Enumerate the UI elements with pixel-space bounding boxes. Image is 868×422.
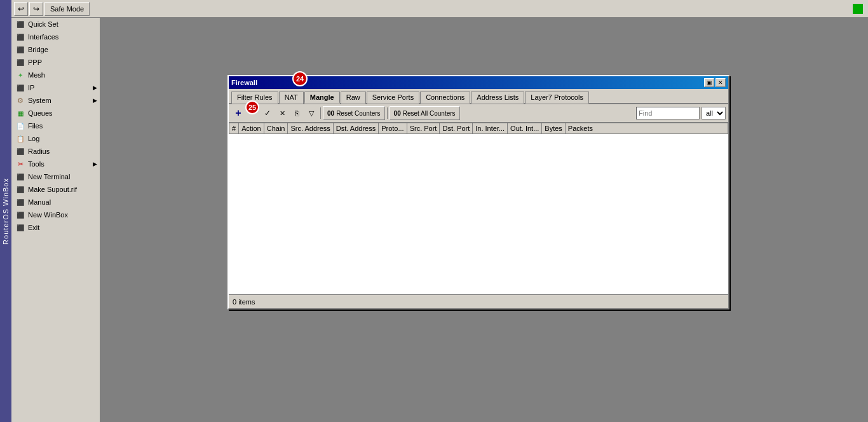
radius-icon: [15, 146, 25, 156]
tools-icon: [15, 159, 25, 169]
sidebar-label-exit: Exit: [28, 224, 97, 231]
sidebar-item-interfaces[interactable]: Interfaces: [11, 31, 100, 43]
terminal-icon: [15, 172, 25, 182]
tab-connections[interactable]: Connections: [420, 92, 470, 104]
reset-counters-button[interactable]: 00 Reset Counters: [323, 106, 385, 120]
disable-button[interactable]: ✕: [275, 106, 289, 120]
sidebar: Quick Set Interfaces Bridge PPP Mesh IP …: [11, 18, 100, 422]
tab-bar: Filter Rules NAT Mangle Raw Service Port…: [229, 89, 728, 104]
sidebar-label-ppp: PPP: [28, 58, 97, 66]
sidebar-item-ip[interactable]: IP ▶: [11, 81, 100, 94]
mesh-icon: [15, 70, 25, 80]
separator-2: [387, 107, 388, 119]
ip-icon: [15, 83, 25, 93]
sidebar-item-radius[interactable]: Radius: [11, 145, 100, 158]
col-chain[interactable]: Chain: [264, 123, 288, 134]
add-button[interactable]: +: [231, 106, 245, 120]
sidebar-label-interfaces: Interfaces: [28, 33, 97, 41]
sidebar-item-exit[interactable]: Exit: [11, 221, 100, 234]
tools-arrow-icon: ▶: [93, 161, 97, 167]
sidebar-item-new-terminal[interactable]: New Terminal: [11, 170, 100, 183]
ip-arrow-icon: ▶: [93, 85, 97, 91]
exit-icon: [15, 222, 25, 233]
sidebar-item-new-winbox[interactable]: New WinBox: [11, 208, 100, 221]
col-src-port[interactable]: Src. Port: [407, 123, 440, 134]
find-select[interactable]: all: [702, 107, 726, 119]
restore-button[interactable]: ▣: [704, 78, 714, 87]
tab-service-ports[interactable]: Service Ports: [367, 92, 419, 104]
table-header-row: # Action Chain Src. Address Dst. Address…: [229, 123, 728, 134]
window-controls: ▣ ✕: [704, 78, 726, 87]
manual-icon: [15, 197, 25, 207]
sidebar-label-new-terminal: New Terminal: [28, 173, 97, 180]
sidebar-item-bridge[interactable]: Bridge: [11, 43, 100, 56]
sidebar-label-mesh: Mesh: [28, 71, 97, 79]
reset-all-icon: 00: [394, 110, 401, 117]
system-arrow-icon: ▶: [93, 97, 97, 104]
firewall-window: Firewall 24 ▣ ✕ Filter Rules NAT Mangle …: [227, 75, 729, 310]
quickset-icon: [15, 19, 25, 29]
supout-icon: [15, 184, 25, 194]
col-hash[interactable]: #: [229, 123, 239, 134]
enable-button[interactable]: ✓: [261, 106, 275, 120]
col-in-inter[interactable]: In. Inter...: [473, 123, 508, 134]
toolbar: 25 + − ✓ ✕ ⎘ ▽ 00 Reset Counters 00 Rese…: [229, 104, 728, 123]
sidebar-item-mesh[interactable]: Mesh: [11, 69, 100, 81]
status-bar: 0 items: [229, 294, 728, 308]
system-icon: [15, 95, 25, 106]
status-indicator: [853, 4, 863, 14]
sidebar-item-quick-set[interactable]: Quick Set: [11, 18, 100, 31]
sidebar-item-make-supout[interactable]: Make Supout.rif: [11, 183, 100, 196]
reset-all-counters-button[interactable]: 00 Reset All Counters: [390, 106, 460, 120]
tab-nat[interactable]: NAT: [279, 92, 304, 104]
sidebar-label-radius: Radius: [28, 147, 97, 155]
title-badge: 24: [292, 71, 308, 86]
col-src-address[interactable]: Src. Address: [288, 123, 333, 134]
sidebar-label-bridge: Bridge: [28, 46, 97, 53]
sidebar-item-files[interactable]: Files: [11, 119, 100, 132]
separator-1: [320, 107, 321, 119]
tab-raw[interactable]: Raw: [341, 92, 366, 104]
sidebar-item-manual[interactable]: Manual: [11, 196, 100, 208]
sidebar-label-new-winbox: New WinBox: [28, 211, 97, 219]
col-bytes[interactable]: Bytes: [542, 123, 566, 134]
col-dst-address[interactable]: Dst. Address: [333, 123, 378, 134]
sidebar-label-tools: Tools: [28, 160, 90, 168]
forward-button[interactable]: ↪: [29, 2, 43, 16]
sidebar-label-make-supout: Make Supout.rif: [28, 186, 97, 193]
col-action[interactable]: Action: [239, 123, 264, 134]
back-button[interactable]: ↩: [14, 2, 28, 16]
sidebar-item-ppp[interactable]: PPP: [11, 56, 100, 69]
tab-mangle[interactable]: Mangle: [304, 92, 340, 104]
files-icon: [15, 121, 25, 131]
sidebar-item-system[interactable]: System ▶: [11, 94, 100, 107]
sidebar-item-queues[interactable]: Queues: [11, 107, 100, 119]
tab-address-lists[interactable]: Address Lists: [471, 92, 524, 104]
safe-mode-button[interactable]: Safe Mode: [44, 2, 90, 16]
find-area: all: [636, 107, 726, 119]
sidebar-item-tools[interactable]: Tools ▶: [11, 158, 100, 170]
close-button[interactable]: ✕: [715, 78, 726, 87]
sidebar-item-log[interactable]: Log: [11, 132, 100, 145]
sidebar-label-queues: Queues: [28, 109, 97, 117]
reset-all-label: Reset All Counters: [403, 110, 456, 117]
sidebar-label-ip: IP: [28, 84, 90, 92]
content-area: Firewall 24 ▣ ✕ Filter Rules NAT Mangle …: [100, 18, 868, 422]
ppp-icon: [15, 57, 25, 67]
interfaces-icon: [15, 32, 25, 42]
window-titlebar[interactable]: Firewall 24 ▣ ✕: [229, 76, 728, 89]
sidebar-label-quick-set: Quick Set: [28, 20, 97, 28]
tab-layer7-protocols[interactable]: Layer7 Protocols: [525, 92, 589, 104]
winbox-icon: [15, 210, 25, 220]
queues-icon: [15, 108, 25, 118]
col-proto[interactable]: Proto...: [379, 123, 407, 134]
find-input[interactable]: [636, 107, 700, 119]
col-out-int[interactable]: Out. Int...: [508, 123, 542, 134]
rules-table: # Action Chain Src. Address Dst. Address…: [229, 123, 728, 134]
filter-button[interactable]: ▽: [304, 106, 318, 120]
col-packets[interactable]: Packets: [565, 123, 728, 134]
bridge-icon: [15, 44, 25, 55]
copy-button[interactable]: ⎘: [290, 106, 304, 120]
sidebar-label-files: Files: [28, 122, 97, 130]
col-dst-port[interactable]: Dst. Port: [440, 123, 473, 134]
